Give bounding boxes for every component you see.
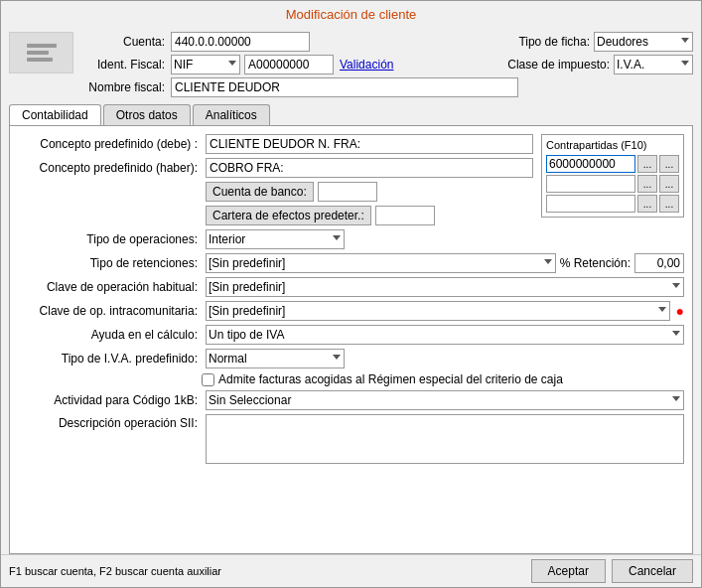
descripcion-label: Descripción operación SII: [18, 414, 202, 430]
tipo-operaciones-row: Tipo de operaciones: Interior [18, 229, 684, 249]
retencion-input[interactable] [634, 253, 684, 273]
tipo-operaciones-label: Tipo de operaciones: [18, 232, 202, 246]
descripcion-row: Descripción operación SII: [18, 414, 684, 545]
nombre-fiscal-label: Nombre fiscal: [81, 80, 171, 94]
aceptar-button[interactable]: Aceptar [531, 559, 606, 583]
clave-op-intracomunitaria-row: Clave de op. intracomunitaria: [Sin pred… [18, 301, 684, 321]
ident-fiscal-code-input[interactable] [244, 55, 334, 74]
tabs-bar: Contabilidad Otros datos Analíticos [1, 104, 701, 125]
contra-row-1: ... ... [546, 155, 679, 173]
logo-line3 [27, 58, 53, 62]
tipo-retenciones-label: Tipo de retenciones: [18, 256, 202, 270]
ayuda-calculo-select[interactable]: Un tipo de IVA [206, 325, 684, 345]
header-section: Cuenta: Tipo de ficha: Deudores Ident. F… [1, 28, 701, 104]
ayuda-calculo-row: Ayuda en el cálculo: Un tipo de IVA [18, 325, 684, 345]
admite-facturas-label: Admite facturas acogidas al Régimen espe… [218, 372, 563, 386]
tab-contabilidad[interactable]: Contabilidad [9, 104, 101, 126]
nombre-fiscal-input[interactable] [171, 77, 518, 97]
tipo-retenciones-row: Tipo de retenciones: [Sin predefinir] % … [18, 253, 684, 273]
red-dot-indicator: ● [676, 303, 684, 319]
footer-hint: F1 buscar cuenta, F2 buscar cuenta auxil… [9, 565, 221, 577]
cartera-button[interactable]: Cartera de efectos predeter.: [206, 206, 371, 225]
contra-input-1[interactable] [546, 155, 635, 173]
tipo-iva-row: Tipo de I.V.A. predefinido: Normal [18, 349, 684, 368]
contrapartidas-column: Contrapartidas (F10) ... ... ... ... ... [541, 134, 684, 225]
footer: F1 buscar cuenta, F2 buscar cuenta auxil… [1, 554, 701, 587]
logo-line1 [27, 44, 57, 48]
main-window: Modificación de cliente Cuenta: Tipo de … [0, 0, 702, 588]
clave-op-habitual-row: Clave de operación habitual: [Sin predef… [18, 277, 684, 297]
concepto-debe-label: Concepto predefinido (debe) : [18, 137, 202, 151]
logo [9, 32, 73, 74]
cartera-row: Cartera de efectos predeter.: [18, 206, 533, 225]
tab-otros-datos[interactable]: Otros datos [103, 104, 191, 125]
cuenta-row: Cuenta: Tipo de ficha: Deudores [81, 32, 693, 52]
contra-btn-3a[interactable]: ... [637, 195, 657, 213]
tipo-ficha-select[interactable]: Deudores [594, 32, 693, 52]
nombre-fiscal-row: Nombre fiscal: [81, 77, 693, 97]
clave-op-intracomunitaria-label: Clave de op. intracomunitaria: [18, 304, 202, 318]
window-title: Modificación de cliente [1, 1, 701, 28]
actividad-row: Actividad para Código 1kB: Sin Seleccion… [18, 390, 684, 410]
concepto-debe-input[interactable] [206, 134, 533, 154]
ayuda-calculo-label: Ayuda en el cálculo: [18, 328, 202, 342]
action-buttons: Aceptar Cancelar [531, 559, 693, 583]
concepto-haber-label: Concepto predefinido (haber): [18, 161, 202, 175]
actividad-select[interactable]: Sin Seleccionar [206, 390, 684, 410]
admite-facturas-row: Admite facturas acogidas al Régimen espe… [18, 372, 684, 386]
contra-input-3[interactable] [546, 195, 635, 213]
cuenta-banco-button[interactable]: Cuenta de banco: [206, 182, 314, 202]
left-column: Concepto predefinido (debe) : Concepto p… [18, 134, 533, 225]
contrapartidas-title: Contrapartidas (F10) [546, 139, 679, 151]
cancelar-button[interactable]: Cancelar [612, 559, 693, 583]
top-content-area: Concepto predefinido (debe) : Concepto p… [18, 134, 684, 225]
concepto-debe-row: Concepto predefinido (debe) : [18, 134, 533, 154]
clase-impuesto-label: Clase de impuesto: [507, 58, 610, 72]
contra-row-3: ... ... [546, 195, 679, 213]
contra-btn-1b[interactable]: ... [659, 155, 679, 173]
concepto-haber-row: Concepto predefinido (haber): [18, 158, 533, 178]
contra-input-2[interactable] [546, 175, 635, 193]
ident-fiscal-label: Ident. Fiscal: [81, 58, 171, 72]
tipo-ficha-label: Tipo de ficha: [518, 35, 590, 49]
contabilidad-panel: Concepto predefinido (debe) : Concepto p… [9, 125, 693, 554]
ident-fiscal-type-select[interactable]: NIF [171, 55, 240, 74]
clave-op-habitual-select[interactable]: [Sin predefinir] [206, 277, 684, 297]
logo-line2 [27, 51, 49, 55]
retencion-label: % Retención: [560, 256, 631, 270]
clase-impuesto-select[interactable]: I.V.A. [614, 55, 693, 74]
contra-btn-1a[interactable]: ... [637, 155, 657, 173]
contra-btn-2b[interactable]: ... [659, 175, 679, 193]
tipo-iva-label: Tipo de I.V.A. predefinido: [18, 352, 202, 366]
cuenta-input[interactable] [171, 32, 310, 52]
ident-fiscal-row: Ident. Fiscal: NIF Validación Clase de i… [81, 55, 693, 74]
contra-btn-3b[interactable]: ... [659, 195, 679, 213]
tipo-iva-select[interactable]: Normal [206, 349, 345, 368]
clave-op-habitual-label: Clave de operación habitual: [18, 280, 202, 294]
tipo-retenciones-select[interactable]: [Sin predefinir] [206, 253, 556, 273]
cuenta-banco-row: Cuenta de banco: [18, 182, 533, 202]
concepto-haber-input[interactable] [206, 158, 533, 178]
tab-analiticos[interactable]: Analíticos [193, 104, 270, 125]
contra-btn-2a[interactable]: ... [637, 175, 657, 193]
cuenta-banco-input[interactable] [318, 182, 377, 202]
admite-facturas-checkbox[interactable] [202, 373, 214, 386]
cuenta-label: Cuenta: [81, 35, 171, 49]
tipo-operaciones-select[interactable]: Interior [206, 229, 345, 249]
cartera-input[interactable] [375, 206, 435, 225]
actividad-label: Actividad para Código 1kB: [18, 393, 202, 407]
tipo-ficha-group: Tipo de ficha: Deudores [518, 32, 693, 52]
clave-op-intracomunitaria-select[interactable]: [Sin predefinir] [206, 301, 670, 321]
contra-row-2: ... ... [546, 175, 679, 193]
clase-impuesto-group: Clase de impuesto: I.V.A. [507, 55, 693, 74]
validacion-link[interactable]: Validación [340, 58, 393, 72]
descripcion-textarea[interactable] [206, 414, 684, 464]
contrapartidas-group: Contrapartidas (F10) ... ... ... ... ... [541, 134, 684, 218]
retencion-group: % Retención: [560, 253, 684, 273]
